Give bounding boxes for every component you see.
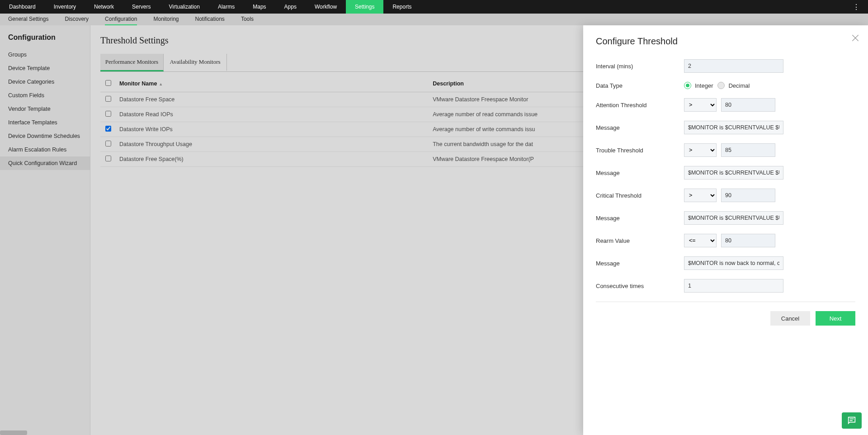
attention-operator-select[interactable]: > [684,98,717,112]
more-menu-icon[interactable]: ⋮ [849,0,863,14]
sidebar-title: Configuration [0,25,90,48]
row-checkbox[interactable] [105,156,111,161]
nav-servers[interactable]: Servers [123,0,160,14]
rearm-value-input[interactable] [721,234,775,247]
subnav-tools[interactable]: Tools [241,14,254,25]
row-name: Datastore Free Space(%) [116,152,429,167]
sidebar-item-interface-templates[interactable]: Interface Templates [0,116,90,129]
sidebar: Configuration Groups Device Template Dev… [0,25,90,435]
critical-value-input[interactable] [721,189,775,202]
trouble-value-input[interactable] [721,143,775,157]
select-all-checkbox[interactable] [105,80,111,86]
label-critical-threshold: Critical Threshold [596,192,684,199]
configure-threshold-panel: Configure Threshold Interval (mins) Data… [583,25,868,435]
row-checkbox[interactable] [105,126,111,132]
consecutive-times-input[interactable] [684,279,783,293]
col-monitor-name[interactable]: Monitor Name▲ [116,76,429,92]
attention-message-input[interactable] [684,121,783,134]
label-rearm-value: Rearm Value [596,237,684,244]
label-trouble-threshold: Trouble Threshold [596,147,684,154]
panel-title: Configure Threshold [596,36,855,47]
rearm-operator-select[interactable]: <= [684,234,717,247]
label-attention-threshold: Attention Threshold [596,102,684,109]
sidebar-item-device-template[interactable]: Device Template [0,61,90,75]
rearm-message-input[interactable] [684,256,783,270]
subnav-monitoring[interactable]: Monitoring [153,14,179,25]
critical-operator-select[interactable]: > [684,189,717,202]
nav-network[interactable]: Network [85,0,123,14]
nav-reports[interactable]: Reports [383,0,420,14]
row-checkbox[interactable] [105,141,111,147]
sort-asc-icon: ▲ [159,82,163,86]
panel-footer: Cancel Next [596,302,855,326]
sidebar-item-alarm-escalation[interactable]: Alarm Escalation Rules [0,143,90,156]
radio-dot-icon [717,82,725,89]
close-icon[interactable] [851,33,860,44]
trouble-operator-select[interactable]: > [684,143,717,157]
cancel-button[interactable]: Cancel [770,311,810,326]
nav-dashboard[interactable]: Dashboard [0,0,45,14]
row-checkbox[interactable] [105,111,111,117]
subnav-discovery[interactable]: Discovery [65,14,89,25]
sidebar-item-device-categories[interactable]: Device Categories [0,75,90,89]
radio-dot-icon [684,82,691,89]
trouble-message-input[interactable] [684,166,783,180]
nav-virtualization[interactable]: Virtualization [160,0,208,14]
label-data-type: Data Type [596,82,684,89]
nav-maps[interactable]: Maps [244,0,275,14]
attention-value-input[interactable] [721,98,775,112]
sidebar-item-quick-config-wizard[interactable]: Quick Configuration Wizard [0,156,90,170]
nav-inventory[interactable]: Inventory [45,0,85,14]
interval-input[interactable] [684,59,783,73]
row-name: Datastore Read IOPs [116,107,429,122]
nav-workflow[interactable]: Workflow [306,0,346,14]
row-name: Datastore Write IOPs [116,122,429,137]
subnav-notifications[interactable]: Notifications [195,14,225,25]
subnav-general-settings[interactable]: General Settings [8,14,48,25]
top-nav: Dashboard Inventory Network Servers Virt… [0,0,868,14]
nav-settings[interactable]: Settings [346,0,383,14]
subnav-configuration[interactable]: Configuration [105,14,137,25]
label-trouble-message: Message [596,170,684,176]
nav-apps[interactable]: Apps [275,0,306,14]
sub-nav: General Settings Discovery Configuration… [0,14,868,25]
nav-alarms[interactable]: Alarms [209,0,244,14]
row-checkbox[interactable] [105,96,111,102]
tab-availability-monitors[interactable]: Availability Monitors [164,54,227,71]
tab-performance-monitors[interactable]: Performance Monitors [100,54,164,71]
label-attention-message: Message [596,124,684,131]
row-name: Datastore Free Space [116,92,429,107]
critical-message-input[interactable] [684,211,783,225]
sidebar-item-device-downtime[interactable]: Device Downtime Schedules [0,129,90,143]
horizontal-scrollbar[interactable] [0,430,27,435]
label-interval: Interval (mins) [596,63,684,70]
sidebar-item-custom-fields[interactable]: Custom Fields [0,89,90,102]
next-button[interactable]: Next [816,311,855,326]
label-rearm-message: Message [596,260,684,267]
sidebar-item-vendor-template[interactable]: Vendor Template [0,102,90,116]
sidebar-item-groups[interactable]: Groups [0,48,90,61]
radio-decimal[interactable]: Decimal [717,82,750,89]
chat-icon[interactable] [842,412,862,429]
label-critical-message: Message [596,215,684,222]
label-consecutive-times: Consecutive times [596,283,684,289]
row-name: Datastore Throughput Usage [116,137,429,152]
radio-integer[interactable]: Integer [684,82,713,89]
